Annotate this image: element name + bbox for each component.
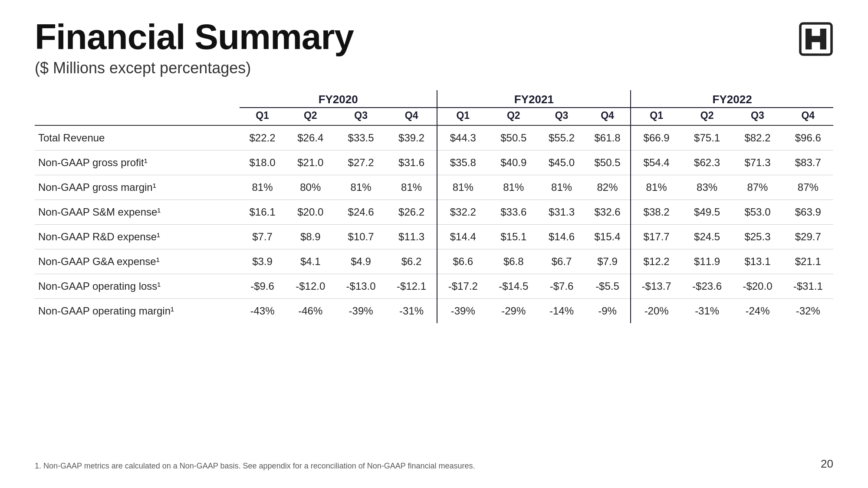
fy2021-q3-row2: 81% — [539, 175, 584, 200]
fy2020-header: FY2020 — [240, 90, 437, 108]
fy2020-q1-row6: -$9.6 — [240, 274, 285, 299]
fy2020-q2-row7: -46% — [285, 299, 335, 324]
fy2021-q2-row2: 81% — [488, 175, 539, 200]
fy2020-q2-row4: $8.9 — [285, 225, 335, 249]
fy2022-q4-row1: $83.7 — [783, 151, 833, 175]
fy2022-q4-header: Q4 — [783, 108, 833, 125]
fy2021-q1-row2: 81% — [437, 175, 488, 200]
fy2022-q4-row2: 87% — [783, 175, 833, 200]
fy2021-q4-row5: $7.9 — [585, 249, 631, 274]
financial-table: FY2020 FY2021 FY2022 Q1 Q2 Q3 Q4 Q1 Q2 Q… — [35, 90, 833, 323]
table-row: Non-GAAP R&D expense¹$7.7$8.9$10.7$11.3$… — [35, 225, 833, 249]
fy2020-q2-row2: 80% — [285, 175, 335, 200]
fy2022-q1-header: Q1 — [631, 108, 682, 125]
fy2020-q1-row0: $22.2 — [240, 125, 285, 151]
fy2022-q4-row3: $63.9 — [783, 200, 833, 225]
table-row: Non-GAAP operating loss¹-$9.6-$12.0-$13.… — [35, 274, 833, 299]
fy2021-q4-row6: -$5.5 — [585, 274, 631, 299]
fy2020-q3-row0: $33.5 — [335, 125, 386, 151]
fy2020-q4-row3: $26.2 — [386, 200, 437, 225]
table-row: Non-GAAP S&M expense¹$16.1$20.0$24.6$26.… — [35, 200, 833, 225]
fy2022-q3-row7: -24% — [732, 299, 783, 324]
footnote: 1. Non-GAAP metrics are calculated on a … — [35, 462, 475, 471]
label-col-header — [35, 90, 240, 108]
fy2021-q4-row4: $15.4 — [585, 225, 631, 249]
fy2020-q3-row1: $27.2 — [335, 151, 386, 175]
page-subtitle: ($ Millions except percentages) — [35, 59, 833, 77]
fy2020-q4-row2: 81% — [386, 175, 437, 200]
fy2022-q3-row0: $82.2 — [732, 125, 783, 151]
fy2021-q1-row5: $6.6 — [437, 249, 488, 274]
fy2020-q3-row7: -39% — [335, 299, 386, 324]
row-label-3: Non-GAAP S&M expense¹ — [35, 200, 240, 225]
fy2021-q3-header: Q3 — [539, 108, 584, 125]
fy2020-q3-header: Q3 — [335, 108, 386, 125]
fy2020-q4-row5: $6.2 — [386, 249, 437, 274]
fy2021-q1-row7: -39% — [437, 299, 488, 324]
fy2021-q4-row0: $61.8 — [585, 125, 631, 151]
fy2022-q3-row5: $13.1 — [732, 249, 783, 274]
fy2022-q1-row7: -20% — [631, 299, 682, 324]
fy2021-q1-row6: -$17.2 — [437, 274, 488, 299]
fy2022-q4-row4: $29.7 — [783, 225, 833, 249]
fy2022-q3-row2: 87% — [732, 175, 783, 200]
fy2021-q2-row3: $33.6 — [488, 200, 539, 225]
row-label-1: Non-GAAP gross profit¹ — [35, 151, 240, 175]
fy2020-q3-row3: $24.6 — [335, 200, 386, 225]
fy2020-q1-row3: $16.1 — [240, 200, 285, 225]
fy2022-q2-header: Q2 — [682, 108, 732, 125]
table-row: Non-GAAP G&A expense¹$3.9$4.1$4.9$6.2$6.… — [35, 249, 833, 274]
fy2021-q1-row0: $44.3 — [437, 125, 488, 151]
fy2022-q1-row1: $54.4 — [631, 151, 682, 175]
page-number: 20 — [821, 457, 833, 471]
fy2020-q2-header: Q2 — [285, 108, 335, 125]
fy2022-q1-row5: $12.2 — [631, 249, 682, 274]
fy2021-q1-row1: $35.8 — [437, 151, 488, 175]
fy2022-q1-row6: -$13.7 — [631, 274, 682, 299]
fy2021-q4-row3: $32.6 — [585, 200, 631, 225]
page: Financial Summary ($ Millions except per… — [0, 0, 868, 488]
fy2021-q2-row1: $40.9 — [488, 151, 539, 175]
fy2020-q1-row2: 81% — [240, 175, 285, 200]
fy2020-q4-header: Q4 — [386, 108, 437, 125]
fy2021-q2-row5: $6.8 — [488, 249, 539, 274]
fy2021-q2-header: Q2 — [488, 108, 539, 125]
fy2020-q2-row5: $4.1 — [285, 249, 335, 274]
fy2022-q2-row6: -$23.6 — [682, 274, 732, 299]
fy2020-q1-row7: -43% — [240, 299, 285, 324]
fy2020-q2-row6: -$12.0 — [285, 274, 335, 299]
fy2021-q2-row0: $50.5 — [488, 125, 539, 151]
fy2022-q1-row4: $17.7 — [631, 225, 682, 249]
fy2022-q2-row4: $24.5 — [682, 225, 732, 249]
fy2022-q4-row7: -32% — [783, 299, 833, 324]
quarter-header-row: Q1 Q2 Q3 Q4 Q1 Q2 Q3 Q4 Q1 Q2 Q3 Q4 — [35, 108, 833, 125]
fy2021-q3-row7: -14% — [539, 299, 584, 324]
fy2021-q4-row2: 82% — [585, 175, 631, 200]
fy2021-q2-row6: -$14.5 — [488, 274, 539, 299]
fy2020-q3-row5: $4.9 — [335, 249, 386, 274]
fy2022-q3-row6: -$20.0 — [732, 274, 783, 299]
fy2022-q3-header: Q3 — [732, 108, 783, 125]
fy2020-q4-row0: $39.2 — [386, 125, 437, 151]
fy2021-q1-row3: $32.2 — [437, 200, 488, 225]
row-label-6: Non-GAAP operating loss¹ — [35, 274, 240, 299]
fy2022-header: FY2022 — [631, 90, 833, 108]
row-label-4: Non-GAAP R&D expense¹ — [35, 225, 240, 249]
svg-rect-3 — [806, 36, 826, 42]
fy2020-q1-header: Q1 — [240, 108, 285, 125]
fy2021-q1-header: Q1 — [437, 108, 488, 125]
fy2022-q4-row5: $21.1 — [783, 249, 833, 274]
row-label-0: Total Revenue — [35, 125, 240, 151]
fy2021-q3-row5: $6.7 — [539, 249, 584, 274]
fy2021-q3-row3: $31.3 — [539, 200, 584, 225]
fy2021-q4-header: Q4 — [585, 108, 631, 125]
row-label-2: Non-GAAP gross margin¹ — [35, 175, 240, 200]
table-row: Total Revenue$22.2$26.4$33.5$39.2$44.3$5… — [35, 125, 833, 151]
fy2021-q3-row1: $45.0 — [539, 151, 584, 175]
fy2021-q3-row0: $55.2 — [539, 125, 584, 151]
fy2020-q1-row4: $7.7 — [240, 225, 285, 249]
fy2022-q2-row0: $75.1 — [682, 125, 732, 151]
fy2021-q2-row4: $15.1 — [488, 225, 539, 249]
fy2022-q2-row2: 83% — [682, 175, 732, 200]
fy2022-q1-row3: $38.2 — [631, 200, 682, 225]
